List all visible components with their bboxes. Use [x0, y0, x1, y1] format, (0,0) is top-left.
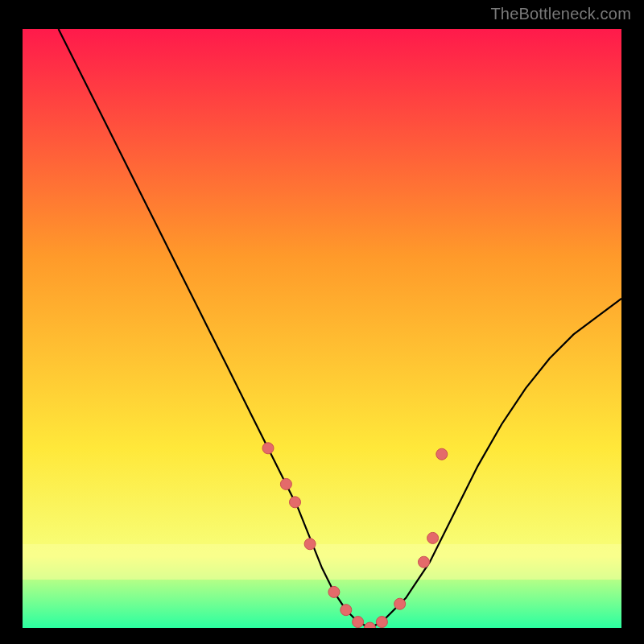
- marker-point: [353, 617, 364, 628]
- pale-band: [23, 544, 621, 580]
- marker-point: [419, 556, 430, 568]
- chart-frame: [23, 29, 621, 628]
- marker-point: [436, 448, 448, 460]
- marker-point: [262, 443, 274, 454]
- marker-point: [427, 532, 439, 543]
- marker-point: [376, 617, 387, 628]
- watermark-text: TheBottleneck.com: [490, 5, 631, 23]
- marker-point: [394, 598, 406, 609]
- chart-svg: [23, 29, 621, 628]
- marker-point: [328, 586, 340, 597]
- marker-point: [280, 478, 291, 489]
- gradient-background: [23, 29, 621, 628]
- marker-point: [290, 497, 301, 508]
- marker-point: [341, 605, 352, 616]
- marker-point: [304, 539, 316, 550]
